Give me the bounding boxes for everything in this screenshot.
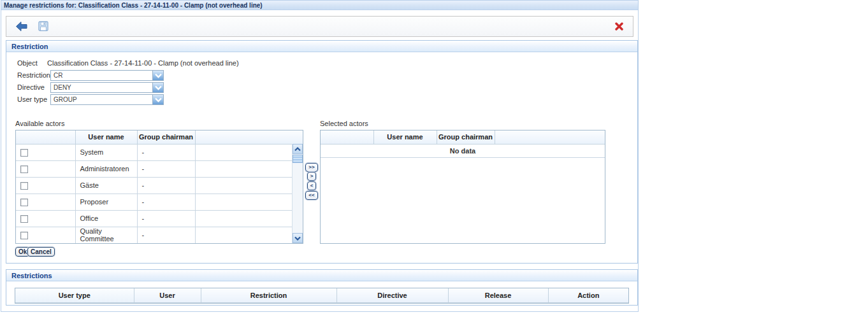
selected-actors-table: User name Group chairman No data [320, 130, 605, 244]
group-chairman-cell: - [137, 194, 195, 210]
table-row: Proposer - [16, 194, 303, 210]
back-arrow-icon [16, 22, 27, 34]
dialog-title-bar: Manage restrictions for: Classification … [1, 1, 638, 10]
row-checkbox[interactable] [20, 232, 28, 239]
user-name-cell: System [75, 144, 137, 160]
dialog-title: Manage restrictions for: Classification … [4, 2, 263, 9]
row-checkbox[interactable] [20, 166, 28, 173]
table-row: System - [16, 144, 303, 160]
restrictions-table: User type User Restriction Directive Rel… [15, 288, 629, 304]
usertype-field-label: User type [17, 95, 47, 103]
save-icon [38, 21, 48, 34]
restrictions-col-directive: Directive [336, 288, 448, 302]
group-chairman-cell: - [137, 160, 195, 177]
scroll-down-icon[interactable] [293, 233, 303, 243]
available-actors-label: Available actors [15, 120, 64, 127]
chevron-down-icon[interactable] [152, 83, 163, 92]
table-row: Quality Committee - [16, 227, 303, 243]
group-chairman-cell: - [137, 227, 195, 243]
vertical-scrollbar[interactable] [292, 144, 303, 243]
chevron-down-icon[interactable] [152, 71, 163, 80]
selected-col-extra [495, 130, 605, 144]
directive-field-label: Directive [17, 83, 45, 91]
add-all-button[interactable]: >> [305, 163, 318, 172]
table-row: Office - [16, 210, 303, 227]
selected-col-checkbox [321, 130, 373, 144]
restrictions-col-user-type: User type [15, 288, 134, 302]
user-name-cell: Office [75, 210, 137, 227]
selected-col-group-chairman: Group chairman [437, 130, 495, 144]
remove-button[interactable]: < [307, 181, 316, 190]
user-name-cell: Proposer [75, 194, 137, 210]
object-label: Object [17, 59, 38, 67]
back-button[interactable] [15, 22, 28, 33]
selected-actors-label: Selected actors [320, 120, 368, 127]
restrictions-col-action: Action [548, 288, 628, 302]
row-checkbox[interactable] [20, 215, 28, 223]
restriction-select-value: CR [54, 71, 62, 80]
row-checkbox[interactable] [20, 182, 28, 190]
save-button[interactable] [37, 22, 50, 33]
chevron-down-icon[interactable] [152, 95, 163, 104]
available-col-user-name: User name [75, 130, 137, 144]
restriction-field-label: Restriction [17, 71, 50, 79]
group-chairman-cell: - [137, 177, 195, 194]
group-chairman-cell: - [137, 144, 195, 160]
table-row: Gäste - [16, 177, 303, 194]
user-name-cell: Quality Committee [75, 227, 137, 243]
available-actors-table: User name Group chairman System - Admini… [15, 130, 303, 244]
selected-col-user-name: User name [373, 130, 437, 144]
group-chairman-cell: - [137, 210, 195, 227]
usertype-select-value: GROUP [54, 95, 77, 104]
cancel-button[interactable]: Cancel [27, 247, 55, 257]
directive-select-value: DENY [54, 83, 71, 92]
restrictions-col-release: Release [448, 288, 548, 302]
scroll-up-icon[interactable] [293, 144, 303, 154]
add-button[interactable]: > [307, 172, 316, 181]
available-col-extra [195, 130, 303, 144]
usertype-select[interactable]: GROUP [50, 94, 164, 105]
restriction-panel-header: Restriction [6, 41, 637, 52]
close-button[interactable] [612, 22, 625, 33]
available-col-group-chairman: Group chairman [137, 130, 195, 144]
table-row: Administratoren - [16, 160, 303, 177]
no-data-text: No data [321, 144, 605, 157]
restriction-panel: Restriction Object Classification Class … [6, 40, 638, 264]
restrictions-panel: Restrictions User type User Restriction … [6, 269, 638, 306]
dialog-frame: Manage restrictions for: Classification … [1, 0, 639, 312]
directive-select[interactable]: DENY [50, 82, 164, 93]
no-data-row: No data [321, 144, 605, 157]
row-checkbox[interactable] [20, 149, 28, 157]
restrictions-panel-header: Restrictions [6, 270, 637, 281]
remove-all-button[interactable]: << [305, 191, 318, 200]
available-col-checkbox [16, 130, 75, 144]
restrictions-col-restriction: Restriction [201, 288, 336, 302]
row-checkbox[interactable] [20, 199, 28, 206]
restriction-select[interactable]: CR [50, 70, 164, 81]
user-name-cell: Administratoren [75, 160, 137, 177]
close-icon [615, 22, 623, 33]
toolbar [6, 16, 633, 37]
user-name-cell: Gäste [75, 177, 137, 194]
restrictions-col-user: User [134, 288, 201, 302]
object-value: Classification Class - 27-14-11-00 - Cla… [47, 59, 239, 67]
scroll-thumb[interactable] [293, 155, 303, 163]
